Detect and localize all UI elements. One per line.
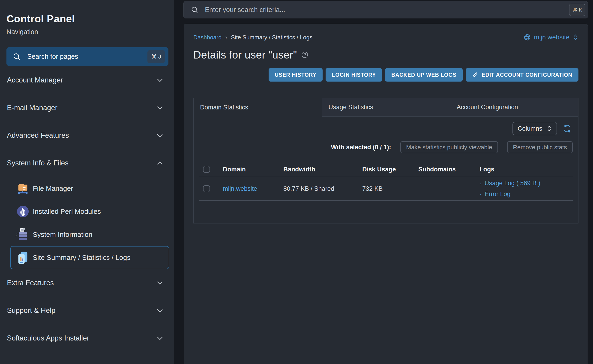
chevron-down-icon <box>156 76 164 84</box>
search-icon <box>13 52 21 61</box>
domain-link[interactable]: mijn.website <box>223 185 257 192</box>
sidebar-item-label: File Manager <box>33 185 73 192</box>
section-label: System Info & Files <box>7 159 68 167</box>
sidebar-subtitle: Navigation <box>7 28 168 36</box>
col-header-disk-usage: Disk Usage <box>362 166 418 173</box>
chevron-updown-icon <box>546 125 552 132</box>
tab-domain-statistics[interactable]: Domain Statistics <box>194 98 322 117</box>
page-title: Details for user "user" <box>193 49 297 61</box>
user-history-button[interactable]: USER HISTORY <box>269 68 323 82</box>
sidebar-item-file-manager[interactable]: File Manager <box>10 177 169 200</box>
tab-label: Account Configuration <box>457 104 518 111</box>
server-stack-icon <box>16 228 30 242</box>
chevron-down-icon <box>156 104 164 112</box>
sidebar-item-label: System Information <box>33 231 92 238</box>
row-checkbox[interactable] <box>203 185 210 192</box>
breadcrumb-separator: › <box>225 34 227 41</box>
section-label: Softaculous Apps Installer <box>7 334 89 342</box>
col-header-logs: Logs <box>479 166 573 173</box>
breadcrumb: Dashboard › Site Summary / Statistics / … <box>193 34 312 41</box>
pencil-icon <box>472 72 478 78</box>
chevron-up-icon <box>156 159 164 167</box>
chevron-down-icon <box>156 131 164 139</box>
login-history-button[interactable]: LOGIN HISTORY <box>326 68 382 82</box>
tab-account-configuration[interactable]: Account Configuration <box>450 98 578 117</box>
global-search-shortcut-badge: ⌘ K <box>569 4 585 16</box>
sidebar-search-shortcut-badge: ⌘ J <box>148 50 165 63</box>
sidebar-search-button[interactable]: Search for pages ⌘ J <box>7 47 168 66</box>
col-header-subdomains: Subdomains <box>418 166 479 173</box>
table-header-row: Domain Bandwidth Disk Usage Subdomains L… <box>199 162 573 177</box>
sidebar-section-account-manager[interactable]: Account Manager <box>7 66 168 94</box>
domains-table: Domain Bandwidth Disk Usage Subdomains L… <box>199 162 573 201</box>
sidebar-section-email-manager[interactable]: E-mail Manager <box>7 94 168 122</box>
col-header-bandwidth: Bandwidth <box>283 166 362 173</box>
backed-up-web-logs-button[interactable]: BACKED UP WEB LOGS <box>385 68 463 82</box>
search-icon <box>191 6 199 14</box>
sidebar-item-label: Site Summary / Statistics / Logs <box>33 254 130 261</box>
sidebar-item-system-information[interactable]: System Information <box>10 223 169 246</box>
sidebar-section-advanced-features[interactable]: Advanced Features <box>7 122 168 149</box>
chevron-down-icon <box>156 307 164 314</box>
select-all-checkbox[interactable] <box>203 166 210 173</box>
chevron-down-icon <box>156 279 164 287</box>
action-buttons: USER HISTORY LOGIN HISTORY BACKED UP WEB… <box>193 68 579 82</box>
button-label: EDIT ACCOUNT CONFIGURATION <box>482 72 572 78</box>
perl-icon <box>16 204 30 219</box>
refresh-icon[interactable] <box>563 124 571 133</box>
disk-usage-value: 732 KB <box>362 185 418 192</box>
stats-cards-icon <box>16 250 30 265</box>
domain-selector-value: mijn.website <box>534 34 569 41</box>
sidebar-section-support-help[interactable]: Support & Help <box>7 297 168 324</box>
title-divider <box>193 65 579 65</box>
section-label: E-mail Manager <box>7 104 57 112</box>
chevron-down-icon <box>156 334 164 342</box>
columns-dropdown[interactable]: Columns <box>512 122 557 135</box>
breadcrumb-dashboard-link[interactable]: Dashboard <box>193 34 222 41</box>
sidebar: Control Panel Navigation Search for page… <box>0 0 174 364</box>
folder-network-icon <box>16 181 30 195</box>
usage-log-link[interactable]: Usage Log ( 569 B ) <box>479 179 573 187</box>
section-label: Advanced Features <box>7 131 69 140</box>
breadcrumb-current: Site Summary / Statistics / Logs <box>231 34 312 41</box>
error-log-link[interactable]: Error Log <box>479 190 573 198</box>
edit-account-configuration-button[interactable]: EDIT ACCOUNT CONFIGURATION <box>466 68 579 82</box>
bandwidth-value: 80.77 KB / Shared <box>283 185 362 192</box>
remove-public-stats-button[interactable]: Remove public stats <box>507 141 573 153</box>
tab-label: Usage Statistics <box>329 104 373 111</box>
section-label: Extra Features <box>7 279 54 287</box>
global-search-bar: ⌘ K <box>183 1 588 19</box>
help-icon[interactable] <box>301 51 309 58</box>
tab-bar: Domain Statistics Usage Statistics Accou… <box>194 98 578 117</box>
col-header-domain: Domain <box>223 166 283 173</box>
sidebar-search-label: Search for pages <box>27 53 148 60</box>
logs-cell: Usage Log ( 569 B ) Error Log <box>479 179 573 198</box>
sidebar-section-extra-features[interactable]: Extra Features <box>7 269 168 297</box>
sidebar-section-system-info-files[interactable]: System Info & Files <box>7 149 168 177</box>
sidebar-item-installed-perl-modules[interactable]: Installed Perl Modules <box>10 200 169 223</box>
global-search-input[interactable] <box>205 6 569 13</box>
tab-usage-statistics[interactable]: Usage Statistics <box>322 98 450 117</box>
domain-selector[interactable]: mijn.website <box>524 34 579 41</box>
sidebar-nav: Account Manager E-mail Manager Advanced … <box>7 66 168 352</box>
columns-dropdown-label: Columns <box>518 125 542 132</box>
chevron-updown-icon <box>573 34 579 41</box>
sidebar-item-site-summary-statistics-logs[interactable]: Site Summary / Statistics / Logs <box>10 246 169 269</box>
sidebar-item-label: Installed Perl Modules <box>33 208 101 215</box>
table-row: mijn.website 80.77 KB / Shared 732 KB Us… <box>199 177 573 201</box>
statistics-panel: Domain Statistics Usage Statistics Accou… <box>193 98 579 223</box>
make-stats-public-button[interactable]: Make statistics publicly viewable <box>400 141 498 153</box>
with-selected-label: With selected (0 / 1): <box>331 144 391 151</box>
main-content-card: Dashboard › Site Summary / Statistics / … <box>184 24 588 364</box>
app-title: Control Panel <box>7 13 168 25</box>
section-label: Account Manager <box>7 76 63 84</box>
tab-label: Domain Statistics <box>200 104 248 111</box>
globe-icon <box>524 34 531 41</box>
table-divider <box>199 201 573 201</box>
sidebar-section-softaculous-apps-installer[interactable]: Softaculous Apps Installer <box>7 324 168 352</box>
section-label: Support & Help <box>7 306 55 315</box>
app-root: Control Panel Navigation Search for page… <box>0 0 593 364</box>
